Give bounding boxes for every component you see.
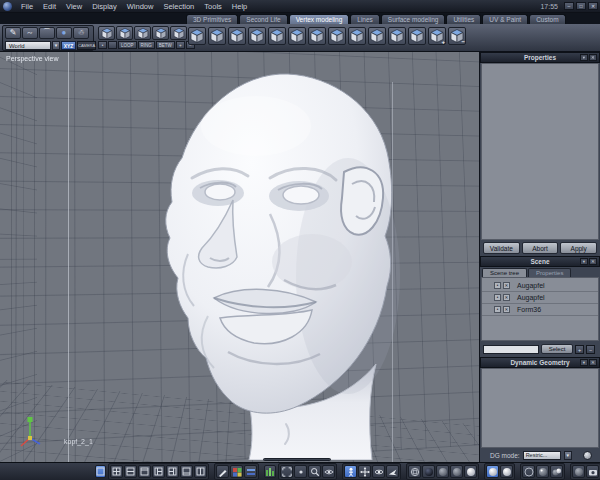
grow-selection-button[interactable]: + bbox=[176, 41, 185, 49]
select-edges-button[interactable] bbox=[116, 26, 133, 40]
menu-help[interactable]: Help bbox=[227, 2, 252, 11]
dynamic-geometry-panel-header[interactable]: Dynamic Geometry ▾ ✕ bbox=[480, 357, 600, 368]
perspective-viewport[interactable]: kopf_2_1 Perspective view bbox=[0, 52, 479, 462]
add-points-tool-button[interactable]: + bbox=[428, 27, 446, 45]
scene-tree-row[interactable]: • ✕ Form36 bbox=[482, 304, 598, 316]
apply-button[interactable]: Apply bbox=[560, 242, 597, 254]
scene-tree-row[interactable]: • ✕ Augapfel bbox=[482, 292, 598, 304]
orbit-icon[interactable] bbox=[372, 465, 385, 478]
ghost-shade-icon[interactable] bbox=[522, 465, 535, 478]
smooth-shade-mode-icon[interactable] bbox=[450, 465, 463, 478]
textured-mode-icon[interactable] bbox=[464, 465, 477, 478]
sweep-tool-button[interactable] bbox=[228, 27, 246, 45]
draw-tool-button[interactable]: ✎ bbox=[5, 27, 21, 39]
tab-utilities[interactable]: Utilities bbox=[446, 14, 481, 24]
tab-uv-paint[interactable]: UV & Paint bbox=[482, 14, 528, 24]
collapse-panel-button[interactable]: ▾ bbox=[580, 359, 588, 366]
menu-view[interactable]: View bbox=[61, 2, 87, 11]
fly-icon[interactable] bbox=[386, 465, 399, 478]
annotate-icon[interactable] bbox=[216, 465, 229, 478]
double-sphere-icon[interactable] bbox=[550, 465, 563, 478]
between-button[interactable]: BETW bbox=[156, 41, 175, 49]
menu-edit[interactable]: Edit bbox=[38, 2, 61, 11]
visibility-toggle[interactable]: • bbox=[494, 306, 501, 313]
select-grid-button[interactable] bbox=[108, 41, 117, 49]
weld-tool-button[interactable] bbox=[288, 27, 306, 45]
walk-mode-icon[interactable] bbox=[344, 465, 357, 478]
visibility-eye-icon[interactable] bbox=[322, 465, 335, 478]
scene-panel-header[interactable]: Scene ▾ ✕ bbox=[480, 256, 600, 267]
select-faces-button[interactable] bbox=[134, 26, 151, 40]
stats-columns-icon[interactable] bbox=[264, 465, 276, 478]
smooth-preview-icon[interactable] bbox=[486, 465, 499, 478]
tab-custom[interactable]: Custom bbox=[529, 14, 565, 24]
tree-zoom-out-button[interactable]: − bbox=[586, 345, 595, 354]
close-panel-button[interactable]: ✕ bbox=[589, 54, 597, 61]
dg-indicator-button[interactable] bbox=[583, 451, 592, 460]
tab-scene-properties[interactable]: Properties bbox=[528, 268, 571, 277]
layout-single-view-button[interactable] bbox=[95, 465, 106, 478]
select-object-button[interactable] bbox=[152, 26, 169, 40]
maximize-button[interactable]: □ bbox=[576, 2, 586, 10]
select-button[interactable]: Select bbox=[541, 344, 573, 354]
extrude-tool-button[interactable] bbox=[188, 27, 206, 45]
layout-right-stack-button[interactable] bbox=[166, 465, 179, 478]
loop-button[interactable]: LOOP bbox=[118, 41, 137, 49]
coordinate-space-dropdown[interactable]: World bbox=[5, 41, 51, 50]
wireframe-mode-icon[interactable] bbox=[408, 465, 421, 478]
background-lines-icon[interactable] bbox=[244, 465, 257, 478]
manipulator-tool-button[interactable]: ☃ bbox=[73, 27, 89, 39]
fit-view-icon[interactable] bbox=[280, 465, 293, 478]
layout-left-stack-button[interactable] bbox=[152, 465, 165, 478]
validate-button[interactable]: Validate bbox=[483, 242, 520, 254]
dissolve-tool-button[interactable] bbox=[348, 27, 366, 45]
tab-lines[interactable]: Lines bbox=[350, 14, 380, 24]
menu-selection[interactable]: Selection bbox=[158, 2, 199, 11]
layout-hsplit-button[interactable] bbox=[124, 465, 137, 478]
close-button[interactable]: ✕ bbox=[588, 2, 598, 10]
collapse-panel-button[interactable]: ▾ bbox=[580, 54, 588, 61]
slice-tool-button[interactable] bbox=[408, 27, 426, 45]
tab-second-life[interactable]: Second Life bbox=[239, 14, 287, 24]
collapse-panel-button[interactable]: ▾ bbox=[580, 258, 588, 265]
visibility-toggle[interactable]: • bbox=[494, 282, 501, 289]
menu-tools[interactable]: Tools bbox=[199, 2, 227, 11]
menu-display[interactable]: Display bbox=[87, 2, 122, 11]
menu-file[interactable]: File bbox=[16, 2, 38, 11]
pan-icon[interactable] bbox=[358, 465, 371, 478]
highlight-shade-icon[interactable] bbox=[536, 465, 549, 478]
select-points-button[interactable] bbox=[98, 26, 115, 40]
smooth-tool-button[interactable] bbox=[268, 27, 286, 45]
layout-quad-button[interactable] bbox=[110, 465, 123, 478]
remove-points-tool-button[interactable]: − bbox=[448, 27, 466, 45]
xyz-button[interactable]: XYZ bbox=[61, 41, 76, 50]
ring-button[interactable]: RING bbox=[138, 41, 155, 49]
lock-toggle[interactable]: ✕ bbox=[503, 282, 510, 289]
layout-vsplit-button[interactable] bbox=[194, 465, 207, 478]
minimize-button[interactable]: – bbox=[564, 2, 574, 10]
viewport-scrollbar[interactable] bbox=[263, 458, 331, 461]
lock-toggle[interactable]: ✕ bbox=[503, 294, 510, 301]
abort-button[interactable]: Abort bbox=[522, 242, 559, 254]
bevel-tool-button[interactable] bbox=[208, 27, 226, 45]
select-check-button[interactable]: • bbox=[98, 41, 107, 49]
head-model[interactable] bbox=[136, 66, 426, 460]
close-panel-button[interactable]: ✕ bbox=[589, 359, 597, 366]
select-uv-button[interactable] bbox=[170, 26, 187, 40]
hidden-line-mode-icon[interactable] bbox=[422, 465, 435, 478]
material-palette-icon[interactable] bbox=[230, 465, 243, 478]
properties-panel-header[interactable]: Properties ▾ ✕ bbox=[480, 52, 600, 63]
tessellate-tool-button[interactable] bbox=[248, 27, 266, 45]
close-panel-button[interactable]: ✕ bbox=[589, 258, 597, 265]
tab-surface-modeling[interactable]: Surface modeling bbox=[381, 14, 446, 24]
full-preview-icon[interactable] bbox=[500, 465, 513, 478]
dropdown-arrow-icon[interactable]: ▼ bbox=[52, 41, 60, 50]
visibility-toggle[interactable]: • bbox=[494, 294, 501, 301]
tab-vertex-modeling[interactable]: Vertex modeling bbox=[289, 14, 350, 24]
render-preview-icon[interactable] bbox=[572, 465, 585, 478]
bridge-tool-button[interactable] bbox=[308, 27, 326, 45]
dg-mode-dropdown[interactable]: Restric... bbox=[523, 451, 561, 460]
scene-tree-row[interactable]: • ✕ Augapfel bbox=[482, 280, 598, 292]
menu-window[interactable]: Window bbox=[122, 2, 159, 11]
tab-3d-primitives[interactable]: 3D Primitives bbox=[186, 14, 238, 24]
